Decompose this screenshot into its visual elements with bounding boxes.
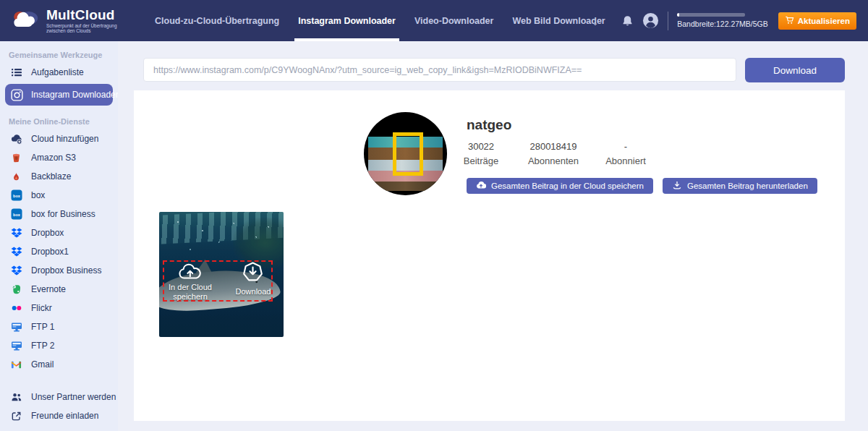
stat-value: 280018419 bbox=[510, 141, 597, 152]
sidebar-section-label: Meine Online-Dienste bbox=[9, 117, 111, 126]
ftp-icon bbox=[10, 321, 22, 333]
sidebar-item-label: Gmail bbox=[31, 359, 54, 370]
instagram-icon bbox=[11, 89, 23, 101]
tab-video-downloader[interactable]: Video-Downloader bbox=[414, 0, 494, 41]
cart-icon bbox=[785, 15, 794, 27]
sidebar-item-backblaze[interactable]: Backblaze bbox=[0, 167, 118, 186]
natgeo-frame-logo bbox=[393, 132, 423, 176]
sidebar-item-label: Cloud hinzufügen bbox=[31, 134, 98, 144]
overlay-download-label[interactable]: Download bbox=[228, 287, 278, 296]
sidebar-item-label: FTP 1 bbox=[31, 322, 54, 332]
stat-value: - bbox=[597, 141, 655, 152]
stat-label: Beiträge bbox=[452, 155, 510, 166]
sidebar-item-label: Dropbox bbox=[31, 228, 64, 238]
save-to-cloud-overlay-button[interactable] bbox=[178, 261, 203, 283]
backblaze-icon bbox=[10, 171, 22, 183]
main-area: Download natgeo 30022Beiträge280018419Ab… bbox=[118, 41, 868, 431]
sidebar-item-cloud-hinzuf-gen[interactable]: Cloud hinzufügen bbox=[0, 129, 118, 148]
partner-icon bbox=[10, 391, 22, 404]
content-card: natgeo 30022Beiträge280018419Abonnenten-… bbox=[134, 90, 845, 421]
save-all-label: Gesamten Beitrag in der Cloud speichern bbox=[491, 182, 644, 190]
stat-value: 30022 bbox=[452, 141, 510, 152]
gmail-icon bbox=[10, 359, 22, 371]
sidebar-footer: Unser Partner werdenFreunde einladen bbox=[0, 388, 118, 431]
sidebar-item-box[interactable]: boxbox bbox=[0, 186, 118, 205]
upgrade-button-label: Aktualisieren bbox=[798, 17, 850, 25]
logo-tagline: Schwerpunkt auf der Übertragung zwischen… bbox=[46, 23, 135, 34]
upgrade-button[interactable]: Aktualisieren bbox=[778, 12, 856, 30]
sidebar: Gemeinsame WerkzeugeAufgabenlisteInstagr… bbox=[0, 41, 118, 431]
download-overlay-button[interactable] bbox=[242, 261, 264, 283]
sidebar-item-evernote[interactable]: Evernote bbox=[0, 280, 118, 299]
svg-text:box: box bbox=[13, 194, 21, 198]
sidebar-item-box-for-business[interactable]: boxbox for Business bbox=[0, 205, 118, 223]
sidebar-item-label: Backblaze bbox=[31, 171, 71, 182]
sidebar-item-label: Freunde einladen bbox=[31, 411, 98, 421]
sidebar-item-label: box bbox=[31, 190, 45, 200]
sidebar-item-ftp-2[interactable]: FTP 2 bbox=[0, 336, 118, 355]
tab-web-bild-downloader[interactable]: Web Bild Downloader bbox=[512, 0, 605, 41]
multcloud-cloud-icon bbox=[10, 9, 41, 33]
sidebar-item-dropbox[interactable]: Dropbox bbox=[0, 223, 118, 242]
post-thumbnail[interactable]: In der Cloud speichern Download bbox=[159, 212, 284, 337]
box-icon: box bbox=[10, 208, 22, 221]
sidebar-item-label: Unser Partner werden bbox=[31, 392, 116, 402]
sidebar-item-label: Instagram Downloader bbox=[31, 90, 118, 100]
save-all-to-cloud-button[interactable]: Gesamten Beitrag in der Cloud speichern bbox=[467, 178, 653, 194]
sidebar-item-instagram-downloader[interactable]: Instagram Downloader bbox=[5, 84, 113, 106]
profile-username: natgeo bbox=[467, 117, 511, 133]
svg-text:box: box bbox=[13, 213, 21, 217]
bandwidth-fill bbox=[677, 13, 679, 17]
stat-label: Abonniert bbox=[597, 155, 655, 166]
sidebar-item-label: box for Business bbox=[31, 209, 95, 219]
ftp-icon bbox=[10, 340, 22, 352]
amazon-s3-icon bbox=[10, 152, 22, 164]
instagram-url-input[interactable] bbox=[143, 58, 736, 82]
dropbox-icon bbox=[10, 227, 22, 239]
box-icon: box bbox=[10, 189, 22, 202]
sidebar-item-ftp-1[interactable]: FTP 1 bbox=[0, 317, 118, 336]
bandwidth-label: Bandbreite:122.27MB/5GB bbox=[677, 20, 768, 28]
sidebar-item-unser-partner-werden[interactable]: Unser Partner werden bbox=[0, 388, 118, 406]
sidebar-item-label: Flickr bbox=[31, 303, 52, 313]
sidebar-item-dropbox-business[interactable]: Dropbox Business bbox=[0, 261, 118, 280]
dropbox-icon bbox=[10, 246, 22, 258]
sidebar-item-flickr[interactable]: Flickr bbox=[0, 299, 118, 317]
sidebar-item-freunde-einladen[interactable]: Freunde einladen bbox=[0, 406, 118, 425]
download-all-button[interactable]: Gesamten Beitrag herunterladen bbox=[663, 178, 817, 194]
evernote-icon bbox=[10, 283, 22, 296]
flickr-icon bbox=[10, 302, 22, 315]
sidebar-item-aufgabenliste[interactable]: Aufgabenliste bbox=[0, 63, 118, 82]
bandwidth-track bbox=[677, 13, 745, 17]
download-button[interactable]: Download bbox=[745, 58, 845, 82]
dropbox-icon bbox=[10, 265, 22, 277]
multcloud-app: MultCloud Schwerpunkt auf der Übertragun… bbox=[0, 0, 868, 431]
cloud-upload-icon bbox=[476, 180, 486, 192]
bandwidth-meter: Bandbreite:122.27MB/5GB bbox=[677, 13, 768, 28]
logo-text: MultCloud Schwerpunkt auf der Übertragun… bbox=[46, 8, 135, 34]
natgeo-avatar[interactable] bbox=[364, 112, 447, 195]
stat-abonniert: -Abonniert bbox=[597, 141, 655, 166]
add-cloud-icon bbox=[10, 133, 22, 145]
multcloud-logo[interactable]: MultCloud Schwerpunkt auf der Übertragun… bbox=[10, 8, 135, 34]
sidebar-item-label: Aufgabenliste bbox=[31, 67, 84, 77]
sidebar-item-label: Amazon S3 bbox=[31, 153, 76, 163]
sidebar-item-label: Evernote bbox=[31, 284, 66, 294]
top-navbar: MultCloud Schwerpunkt auf der Übertragun… bbox=[0, 0, 868, 41]
user-avatar-icon[interactable] bbox=[642, 12, 659, 29]
stat-abonnenten: 280018419Abonnenten bbox=[510, 141, 597, 166]
sidebar-item-label: Dropbox Business bbox=[31, 265, 101, 276]
stat-beitr-ge: 30022Beiträge bbox=[452, 141, 510, 166]
tab-instagram-downloader[interactable]: Instagram Downloader bbox=[298, 0, 396, 41]
navbar-right: Bandbreite:122.27MB/5GB Aktualisieren bbox=[621, 12, 856, 30]
invite-icon bbox=[10, 410, 22, 422]
bell-icon[interactable] bbox=[621, 14, 634, 27]
sidebar-item-label: FTP 2 bbox=[31, 341, 54, 351]
sidebar-item-gmail[interactable]: Gmail bbox=[0, 355, 118, 374]
download-all-label: Gesamten Beitrag herunterladen bbox=[687, 182, 808, 190]
overlay-save-label[interactable]: In der Cloud speichern bbox=[161, 283, 220, 302]
profile-actions: Gesamten Beitrag in der Cloud speichern … bbox=[467, 178, 817, 194]
tab-cloud-zu-cloud-bertragung[interactable]: Cloud-zu-Cloud-Übertragung bbox=[155, 0, 279, 41]
sidebar-item-amazon-s3[interactable]: Amazon S3 bbox=[0, 148, 118, 167]
sidebar-item-dropbox1[interactable]: Dropbox1 bbox=[0, 242, 118, 261]
